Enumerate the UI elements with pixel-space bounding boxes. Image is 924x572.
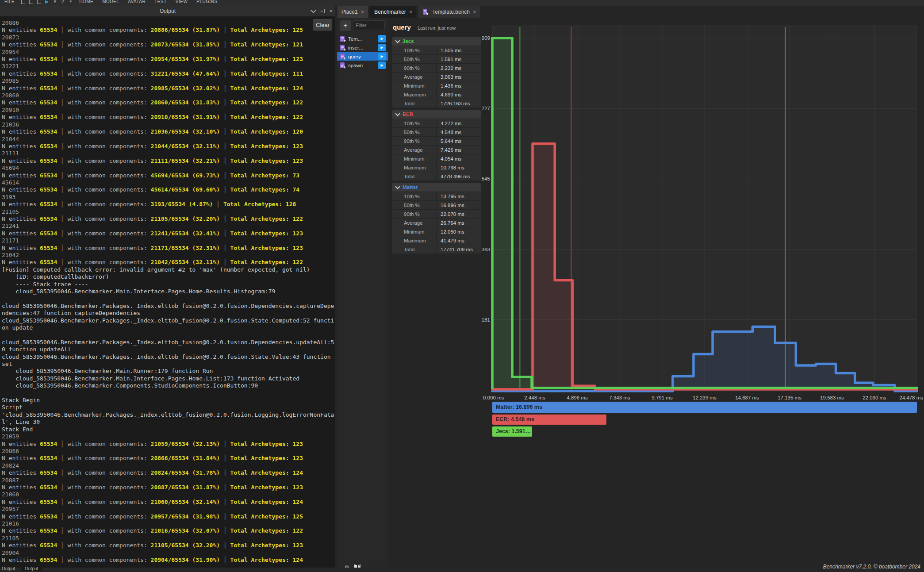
console-text-segment: Total Archetypes: 123 xyxy=(230,455,303,461)
console-text-segment: Total Archetypes: 128 xyxy=(223,201,296,207)
stat-label: 90th % xyxy=(392,64,436,72)
console-text-segment: 65534 xyxy=(40,557,57,563)
benchmark-item-query[interactable]: query▶ xyxy=(337,52,388,61)
console-text-segment: │ xyxy=(57,143,67,150)
console-error-line: (ID: computedCallbackError) xyxy=(2,273,334,280)
stat-row: 90th %5.644 ms xyxy=(392,137,481,145)
console-count-line: 21105 xyxy=(2,208,334,215)
section-header-ecr[interactable]: ECR xyxy=(392,110,481,119)
console-text-segment: │ xyxy=(220,469,230,476)
play-icon[interactable]: ▶ xyxy=(43,0,51,4)
tab-template-bench[interactable]: Template.bench× xyxy=(418,6,480,18)
console-text-segment: with common components: xyxy=(68,441,151,447)
dropdown-caret-icon[interactable]: ▾ xyxy=(67,0,75,4)
console-entity-line: N entities 65534 │ with common component… xyxy=(2,143,334,150)
close-panel-icon[interactable]: × xyxy=(329,9,333,13)
benchmark-item-label: query xyxy=(348,54,361,59)
console-entity-line: N entities 65534 │ with common component… xyxy=(2,41,334,48)
float-window-icon[interactable] xyxy=(320,9,325,13)
paste-icon[interactable] xyxy=(19,0,27,5)
tab-close-icon[interactable]: × xyxy=(473,8,476,15)
tab-close-icon[interactable]: × xyxy=(361,8,364,15)
duplicate-icon[interactable] xyxy=(35,0,43,5)
section-header-matter[interactable]: Matter xyxy=(392,183,481,192)
console-text-segment: │ xyxy=(220,128,230,135)
console-text-segment: │ xyxy=(220,441,230,447)
run-benchmark-button[interactable]: ▶ xyxy=(378,61,386,69)
x-tick-label: 24.478 ms xyxy=(899,395,923,400)
menu-avatar[interactable]: AVATAR xyxy=(123,0,150,4)
benchmark-item-Tem[interactable]: Tem...▶ xyxy=(337,35,388,43)
console-count-line: 20866 xyxy=(2,448,334,455)
undo-icon[interactable]: ↺ xyxy=(59,0,67,4)
console-text-segment: 65534 xyxy=(40,70,57,77)
output-console[interactable]: 20886N entities 65534 │ with common comp… xyxy=(0,16,334,571)
clear-output-button[interactable]: Clear xyxy=(313,19,332,31)
console-text-segment: 21044/65534 (32.11%) xyxy=(151,143,220,150)
console-text-segment: │ xyxy=(220,259,230,265)
stat-value: 26.764 ms xyxy=(437,219,481,227)
console-text-segment: with common components: xyxy=(68,56,151,62)
console-text-segment: │ xyxy=(57,484,67,491)
bottom-output-tab[interactable]: Output xyxy=(21,566,42,571)
console-text-segment: 20886/65534 (31.87%) xyxy=(151,27,220,33)
stat-row: 10th %13.795 ms xyxy=(392,192,481,200)
console-count-line: 21044 xyxy=(2,136,334,143)
bottom-output-tab[interactable]: Output xyxy=(2,566,15,571)
y-tick-label: 363 xyxy=(482,247,490,252)
tab-benchmarker[interactable]: Benchmarker× xyxy=(370,6,416,18)
add-benchmark-button[interactable]: + xyxy=(340,20,351,31)
output-panel: Output × 20886N entities 65534 │ with co… xyxy=(0,6,335,568)
copy-icon[interactable] xyxy=(27,0,35,5)
stop-icon[interactable]: ■ xyxy=(51,0,59,4)
stat-row: Average7.426 ms xyxy=(392,146,481,154)
console-text-segment: 65534 xyxy=(40,41,57,48)
console-text-segment: N entities xyxy=(2,143,40,150)
console-text-segment: N entities xyxy=(2,85,40,92)
benchmark-item-inser[interactable]: inser...▶ xyxy=(337,43,388,52)
section-header-jecs[interactable]: Jecs xyxy=(392,37,481,46)
run-benchmark-button[interactable]: ▶ xyxy=(378,35,386,42)
run-benchmark-button[interactable]: ▶ xyxy=(378,53,386,60)
console-text-segment: 21105/65534 (32.20%) xyxy=(151,542,220,549)
console-text-segment: │ xyxy=(57,527,67,534)
console-text-segment: Total Archetypes: 125 xyxy=(230,27,303,33)
stat-row: Minimum12.050 ms xyxy=(392,227,481,236)
console-text-segment: │ xyxy=(220,455,230,461)
tab-place1[interactable]: Place1× xyxy=(337,6,368,18)
console-text-segment: │ xyxy=(220,513,230,520)
console-text-segment: N entities xyxy=(2,27,40,33)
stat-row: Maximum4.690 ms xyxy=(392,90,481,99)
stat-label: 50th % xyxy=(392,128,436,136)
console-count-line: 20886 xyxy=(2,19,334,27)
stat-value: 22.070 ms xyxy=(437,210,481,218)
console-count-line: 20954 xyxy=(2,49,334,56)
run-benchmark-button[interactable]: ▶ xyxy=(378,44,386,51)
console-count-line: 20910 xyxy=(2,107,334,114)
stat-row: 50th %16.896 ms xyxy=(392,201,481,209)
collapse-chevron-icon[interactable] xyxy=(311,8,317,13)
bench-script-icon-wrap xyxy=(340,35,346,42)
menu-home[interactable]: HOME xyxy=(75,0,98,4)
console-text-segment: 65534 xyxy=(40,215,57,222)
stat-row: 10th %4.272 ms xyxy=(392,119,481,127)
top-toolbar: FILE ▶ ■ ↺ ▾ HOMEMODELAVATARTESTVIEWPLUG… xyxy=(0,0,924,6)
menu-plugins[interactable]: PLUGINS xyxy=(192,0,222,4)
tab-close-icon[interactable]: × xyxy=(409,8,413,15)
menu-model[interactable]: MODEL xyxy=(98,0,123,4)
menu-test[interactable]: TEST xyxy=(150,0,171,4)
section-name: ECR xyxy=(403,111,413,117)
stat-value: 17741.709 ms xyxy=(437,245,481,253)
console-text-segment: 65534 xyxy=(40,513,57,520)
console-text-segment: 21036/65534 (32.10%) xyxy=(151,128,220,135)
console-count-line: 21105 xyxy=(2,535,334,542)
filter-input[interactable] xyxy=(353,20,385,30)
menu-view[interactable]: VIEW xyxy=(171,0,192,4)
menu-file[interactable]: FILE xyxy=(0,0,19,4)
console-text-segment: 65534 xyxy=(40,99,57,106)
stat-value: 4.272 ms xyxy=(437,119,481,127)
benchmark-item-spawn[interactable]: spawn▶ xyxy=(337,61,388,69)
console-text-segment: │ xyxy=(57,455,67,461)
console-count-line: 45694 xyxy=(2,165,334,172)
console-text-segment: Total Archetypes: 123 xyxy=(230,441,303,447)
